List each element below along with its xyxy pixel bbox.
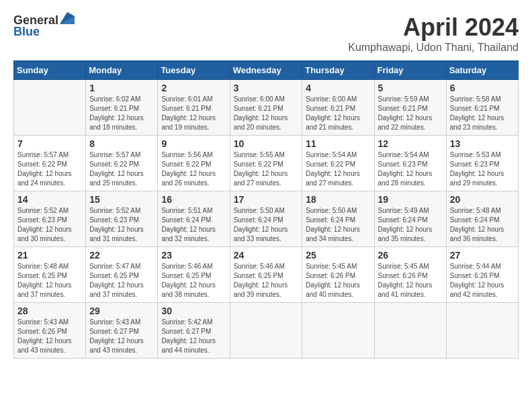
calendar-header-row: SundayMondayTuesdayWednesdayThursdayFrid… (14, 61, 519, 80)
calendar-cell: 15Sunrise: 5:52 AMSunset: 6:23 PMDayligh… (86, 191, 158, 247)
calendar-cell: 4Sunrise: 6:00 AMSunset: 6:21 PMDaylight… (302, 80, 374, 136)
day-info: Sunrise: 5:58 AMSunset: 6:21 PMDaylight:… (450, 95, 515, 132)
month-title: April 2024 (348, 13, 519, 42)
day-number: 7 (17, 138, 82, 149)
day-info: Sunrise: 5:55 AMSunset: 6:22 PMDaylight:… (234, 150, 299, 188)
day-number: 1 (89, 83, 154, 93)
logo-blue-text: Blue (13, 25, 40, 39)
day-info: Sunrise: 5:43 AMSunset: 6:26 PMDaylight:… (17, 318, 82, 355)
day-info: Sunrise: 5:57 AMSunset: 6:22 PMDaylight:… (89, 150, 154, 188)
calendar-week-0: 1Sunrise: 6:02 AMSunset: 6:21 PMDaylight… (14, 80, 519, 136)
day-number: 29 (89, 306, 154, 316)
day-info: Sunrise: 5:44 AMSunset: 6:26 PMDaylight:… (450, 262, 515, 300)
calendar-cell: 8Sunrise: 5:57 AMSunset: 6:22 PMDaylight… (86, 136, 158, 191)
calendar-body: 1Sunrise: 6:02 AMSunset: 6:21 PMDaylight… (14, 80, 519, 359)
day-info: Sunrise: 5:45 AMSunset: 6:26 PMDaylight:… (306, 262, 370, 300)
day-number: 4 (306, 83, 370, 93)
calendar-cell: 11Sunrise: 5:54 AMSunset: 6:22 PMDayligh… (302, 136, 374, 191)
day-info: Sunrise: 5:52 AMSunset: 6:23 PMDaylight:… (17, 206, 82, 244)
day-number: 6 (450, 83, 515, 93)
header-sunday: Sunday (14, 61, 86, 80)
day-number: 12 (378, 138, 443, 149)
day-info: Sunrise: 6:02 AMSunset: 6:21 PMDaylight:… (89, 95, 154, 132)
day-info: Sunrise: 5:46 AMSunset: 6:25 PMDaylight:… (161, 262, 226, 300)
day-info: Sunrise: 5:50 AMSunset: 6:24 PMDaylight:… (306, 206, 370, 244)
calendar-cell: 17Sunrise: 5:50 AMSunset: 6:24 PMDayligh… (230, 191, 302, 247)
day-info: Sunrise: 5:46 AMSunset: 6:25 PMDaylight:… (234, 262, 299, 300)
calendar-cell: 27Sunrise: 5:44 AMSunset: 6:26 PMDayligh… (446, 247, 518, 303)
day-number: 26 (378, 250, 443, 261)
page-header: General Blue April 2024 Kumphawapi, Udon… (13, 13, 519, 54)
calendar-cell: 23Sunrise: 5:46 AMSunset: 6:25 PMDayligh… (158, 247, 230, 303)
day-number: 3 (234, 83, 299, 93)
day-number: 16 (161, 194, 226, 205)
day-number: 28 (17, 306, 82, 316)
day-info: Sunrise: 5:57 AMSunset: 6:22 PMDaylight:… (17, 150, 82, 188)
day-number: 10 (234, 138, 299, 149)
calendar-cell: 9Sunrise: 5:56 AMSunset: 6:22 PMDaylight… (158, 136, 230, 191)
day-number: 27 (450, 250, 515, 261)
day-number: 15 (89, 194, 154, 205)
calendar-cell: 18Sunrise: 5:50 AMSunset: 6:24 PMDayligh… (302, 191, 374, 247)
day-number: 25 (306, 250, 370, 261)
header-saturday: Saturday (446, 61, 518, 80)
day-number: 8 (89, 138, 154, 149)
header-thursday: Thursday (302, 61, 374, 80)
day-number: 17 (234, 194, 299, 205)
calendar-cell: 14Sunrise: 5:52 AMSunset: 6:23 PMDayligh… (14, 191, 86, 247)
logo: General Blue (13, 13, 75, 39)
calendar-cell: 29Sunrise: 5:43 AMSunset: 6:27 PMDayligh… (86, 303, 158, 359)
day-info: Sunrise: 5:54 AMSunset: 6:22 PMDaylight:… (306, 150, 370, 188)
calendar-cell: 13Sunrise: 5:53 AMSunset: 6:23 PMDayligh… (446, 136, 518, 191)
calendar-cell (14, 80, 86, 136)
day-info: Sunrise: 5:48 AMSunset: 6:24 PMDaylight:… (450, 206, 515, 244)
day-number: 21 (17, 250, 82, 261)
day-info: Sunrise: 5:47 AMSunset: 6:25 PMDaylight:… (89, 262, 154, 300)
calendar-cell: 26Sunrise: 5:45 AMSunset: 6:26 PMDayligh… (374, 247, 446, 303)
day-number: 2 (161, 83, 226, 93)
calendar-week-1: 7Sunrise: 5:57 AMSunset: 6:22 PMDaylight… (14, 136, 519, 191)
day-info: Sunrise: 5:52 AMSunset: 6:23 PMDaylight:… (89, 206, 154, 244)
day-info: Sunrise: 5:59 AMSunset: 6:21 PMDaylight:… (378, 95, 443, 132)
calendar-cell (446, 303, 518, 359)
day-info: Sunrise: 5:53 AMSunset: 6:23 PMDaylight:… (450, 150, 515, 188)
calendar-week-2: 14Sunrise: 5:52 AMSunset: 6:23 PMDayligh… (14, 191, 519, 247)
title-area: April 2024 Kumphawapi, Udon Thani, Thail… (348, 13, 519, 54)
logo-icon (60, 12, 75, 24)
day-number: 24 (234, 250, 299, 261)
calendar-week-3: 21Sunrise: 5:48 AMSunset: 6:25 PMDayligh… (14, 247, 519, 303)
day-number: 9 (161, 138, 226, 149)
calendar-cell: 3Sunrise: 6:00 AMSunset: 6:21 PMDaylight… (230, 80, 302, 136)
day-info: Sunrise: 5:45 AMSunset: 6:26 PMDaylight:… (378, 262, 443, 300)
calendar-cell: 22Sunrise: 5:47 AMSunset: 6:25 PMDayligh… (86, 247, 158, 303)
day-number: 30 (161, 306, 226, 316)
calendar-cell: 6Sunrise: 5:58 AMSunset: 6:21 PMDaylight… (446, 80, 518, 136)
day-info: Sunrise: 5:50 AMSunset: 6:24 PMDaylight:… (234, 206, 299, 244)
day-info: Sunrise: 5:48 AMSunset: 6:25 PMDaylight:… (17, 262, 82, 300)
day-number: 11 (306, 138, 370, 149)
day-number: 19 (378, 194, 443, 205)
day-info: Sunrise: 6:01 AMSunset: 6:21 PMDaylight:… (161, 95, 226, 132)
calendar-cell (374, 303, 446, 359)
calendar-cell: 30Sunrise: 5:42 AMSunset: 6:27 PMDayligh… (158, 303, 230, 359)
calendar-cell: 10Sunrise: 5:55 AMSunset: 6:22 PMDayligh… (230, 136, 302, 191)
day-number: 23 (161, 250, 226, 261)
location-title: Kumphawapi, Udon Thani, Thailand (348, 42, 519, 54)
calendar-cell: 7Sunrise: 5:57 AMSunset: 6:22 PMDaylight… (14, 136, 86, 191)
header-wednesday: Wednesday (230, 61, 302, 80)
day-number: 20 (450, 194, 515, 205)
calendar-cell: 25Sunrise: 5:45 AMSunset: 6:26 PMDayligh… (302, 247, 374, 303)
calendar-cell: 24Sunrise: 5:46 AMSunset: 6:25 PMDayligh… (230, 247, 302, 303)
calendar-cell: 19Sunrise: 5:49 AMSunset: 6:24 PMDayligh… (374, 191, 446, 247)
calendar-cell: 1Sunrise: 6:02 AMSunset: 6:21 PMDaylight… (86, 80, 158, 136)
header-monday: Monday (86, 61, 158, 80)
day-number: 18 (306, 194, 370, 205)
day-info: Sunrise: 5:43 AMSunset: 6:27 PMDaylight:… (89, 318, 154, 355)
header-friday: Friday (374, 61, 446, 80)
calendar-week-4: 28Sunrise: 5:43 AMSunset: 6:26 PMDayligh… (14, 303, 519, 359)
day-info: Sunrise: 6:00 AMSunset: 6:21 PMDaylight:… (234, 95, 299, 132)
calendar-cell: 16Sunrise: 5:51 AMSunset: 6:24 PMDayligh… (158, 191, 230, 247)
day-number: 22 (89, 250, 154, 261)
calendar-cell: 2Sunrise: 6:01 AMSunset: 6:21 PMDaylight… (158, 80, 230, 136)
day-info: Sunrise: 5:54 AMSunset: 6:23 PMDaylight:… (378, 150, 443, 188)
